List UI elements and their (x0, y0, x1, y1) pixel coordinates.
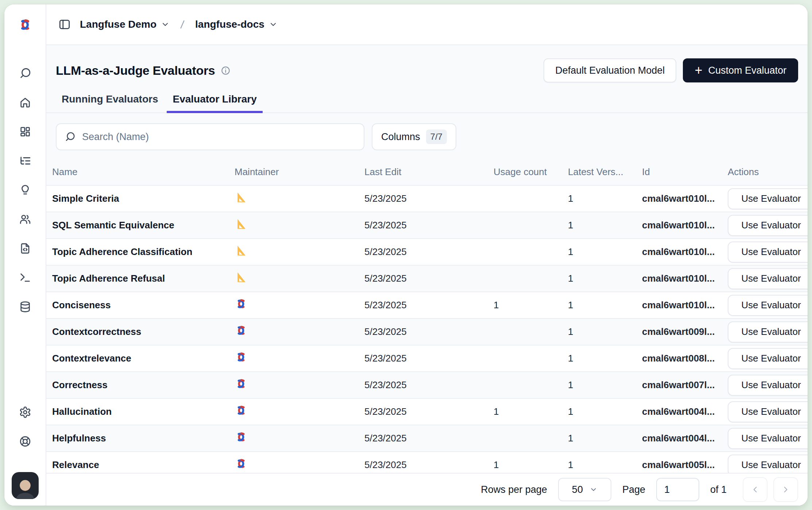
tab-bar: Running Evaluators Evaluator Library (46, 93, 808, 113)
latest-version-value: 1 (568, 326, 642, 337)
users-icon (19, 213, 31, 225)
use-evaluator-button[interactable]: Use Evaluator (728, 401, 808, 422)
default-evaluation-model-button[interactable]: Default Evaluation Model (544, 58, 676, 82)
actions-cell: Use Evaluator (728, 188, 808, 209)
chevron-down-icon (161, 20, 170, 29)
columns-count-badge: 7/7 (426, 130, 447, 144)
project-switcher[interactable]: langfuse-docs (195, 19, 278, 30)
table-row[interactable]: Contextcorrectness 5/23/2025 1 cmal6wart… (46, 319, 808, 345)
table-row[interactable]: Hallucination 5/23/2025 1 1 cmal6wart004… (46, 399, 808, 425)
page-number-input[interactable] (656, 478, 699, 501)
sidebar-item-home[interactable] (17, 94, 33, 111)
maintainer-cell (235, 377, 364, 393)
search-input[interactable] (82, 131, 356, 143)
rows-per-page-label: Rows per page (481, 484, 547, 495)
next-page-button[interactable] (773, 477, 798, 502)
chevron-down-icon (589, 486, 598, 494)
last-edit-value: 5/23/2025 (364, 406, 494, 417)
use-evaluator-button[interactable]: Use Evaluator (728, 242, 808, 263)
page-of-label: of 1 (710, 484, 727, 495)
breadcrumb-separator (177, 18, 188, 31)
last-edit-value: 5/23/2025 (364, 379, 494, 391)
user-avatar[interactable] (12, 472, 39, 499)
use-evaluator-button[interactable]: Use Evaluator (728, 375, 808, 396)
sidebar-item-users[interactable] (17, 211, 33, 227)
evaluator-id: cmal6wart008l... (642, 353, 728, 364)
lightbulb-icon (19, 184, 31, 196)
column-header-latest-version: Latest Vers... (568, 166, 642, 178)
sidebar-item-datasets[interactable] (17, 240, 33, 256)
rows-per-page-select[interactable]: 50 (558, 478, 611, 501)
use-evaluator-button[interactable]: Use Evaluator (728, 455, 808, 473)
latest-version-value: 1 (568, 193, 642, 204)
maintainer-cell (235, 244, 364, 260)
page-header: LLM-as-a-Judge Evaluators Default Evalua… (46, 45, 808, 82)
evaluator-id: cmal6wart010l... (642, 300, 728, 311)
custom-evaluator-button[interactable]: + Custom Evaluator (683, 58, 798, 82)
table-footer: Rows per page 50 Page of 1 (46, 473, 808, 506)
langfuse-logo-icon (18, 17, 33, 32)
sidebar-item-settings[interactable] (17, 404, 33, 420)
column-header-id: Id (642, 166, 728, 178)
sidebar-item-data[interactable] (17, 299, 33, 315)
sidebar-item-prompts[interactable] (17, 182, 33, 198)
sidebar-item-dashboards[interactable] (17, 124, 33, 140)
langfuse-logo[interactable] (18, 4, 33, 45)
column-header-usage-count: Usage count (494, 166, 568, 178)
tab-evaluator-library[interactable]: Evaluator Library (167, 93, 262, 113)
table-row[interactable]: Topic Adherence Refusal 5/23/2025 1 cmal… (46, 266, 808, 292)
latest-version-value: 1 (568, 406, 642, 417)
usage-count-value: 1 (494, 300, 568, 311)
table-row[interactable]: Contextrelevance 5/23/2025 1 cmal6wart00… (46, 345, 808, 372)
use-evaluator-button[interactable]: Use Evaluator (728, 295, 808, 316)
use-evaluator-button[interactable]: Use Evaluator (728, 348, 808, 369)
column-header-name: Name (52, 166, 235, 178)
avatar-photo (12, 477, 39, 499)
maintainer-cell (235, 217, 364, 233)
use-evaluator-button[interactable]: Use Evaluator (728, 268, 808, 289)
sidebar-toggle-button[interactable] (57, 16, 73, 32)
latest-version-value: 1 (568, 379, 642, 391)
panel-left-icon (58, 18, 71, 31)
langfuse-maintainer-icon (235, 377, 248, 390)
table-row[interactable]: Correctness 5/23/2025 1 cmal6wart007l...… (46, 372, 808, 399)
table-row[interactable]: Helpfulness 5/23/2025 1 cmal6wart004l...… (46, 425, 808, 452)
previous-page-button[interactable] (743, 477, 767, 502)
layout-grid-icon (19, 125, 31, 138)
table-row[interactable]: Conciseness 5/23/2025 1 1 cmal6wart010l.… (46, 292, 808, 319)
chevron-down-icon (269, 20, 278, 29)
database-icon (19, 301, 31, 313)
table-row[interactable]: Simple Criteria 5/23/2025 1 cmal6wart010… (46, 186, 808, 212)
table-row[interactable]: Topic Adherence Classification 5/23/2025… (46, 239, 808, 266)
main-area: Langfuse Demo langfuse-docs LLM-as-a-Jud… (46, 4, 808, 506)
table-row[interactable]: Relevance 5/23/2025 1 1 cmal6wart005l...… (46, 452, 808, 473)
actions-cell: Use Evaluator (728, 321, 808, 343)
evaluator-id: cmal6wart004l... (642, 406, 728, 417)
columns-button[interactable]: Columns 7/7 (372, 123, 456, 150)
table-row[interactable]: SQL Semantic Equivalence 5/23/2025 1 cma… (46, 212, 808, 239)
latest-version-value: 1 (568, 273, 642, 284)
sidebar-item-tracing[interactable] (17, 153, 33, 169)
search-box (56, 123, 364, 150)
sidebar-item-search[interactable] (17, 65, 33, 81)
table-toolbar: Columns 7/7 (56, 123, 798, 150)
tab-running-evaluators[interactable]: Running Evaluators (56, 93, 164, 113)
use-evaluator-button[interactable]: Use Evaluator (728, 188, 808, 209)
maintainer-cell (235, 324, 364, 340)
latest-version-value: 1 (568, 459, 642, 471)
page-content: LLM-as-a-Judge Evaluators Default Evalua… (46, 45, 808, 506)
sidebar-item-support[interactable] (17, 433, 33, 449)
evaluator-id: cmal6wart010l... (642, 273, 728, 284)
use-evaluator-button[interactable]: Use Evaluator (728, 428, 808, 449)
list-tree-icon (19, 155, 31, 167)
info-icon[interactable] (221, 66, 231, 76)
organization-switcher[interactable]: Langfuse Demo (80, 19, 170, 30)
use-evaluator-button[interactable]: Use Evaluator (728, 321, 808, 343)
gear-icon (19, 406, 31, 418)
sidebar-item-playground[interactable] (17, 270, 33, 286)
column-header-actions: Actions (728, 166, 808, 178)
maintainer-cell (235, 404, 364, 420)
use-evaluator-button[interactable]: Use Evaluator (728, 215, 808, 236)
plus-icon: + (695, 64, 702, 77)
chevron-right-icon (781, 485, 790, 494)
